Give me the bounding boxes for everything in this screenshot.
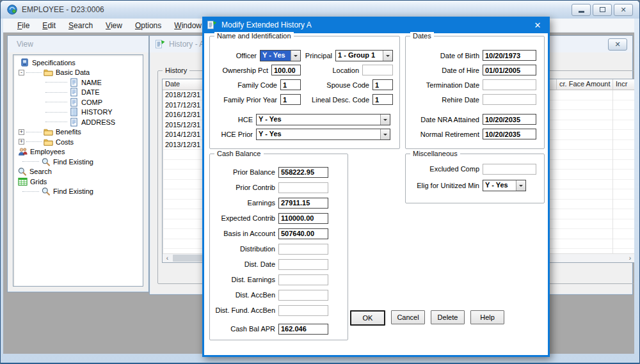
- earnings-input[interactable]: [278, 198, 328, 209]
- tree-item-benefits[interactable]: +Benefits: [15, 127, 141, 138]
- dates-group: Dates Date of BirthDate of HireTerminati…: [405, 36, 545, 149]
- scroll-right-icon[interactable]: ›: [625, 254, 634, 262]
- date-nra-attained-input[interactable]: [483, 114, 536, 125]
- history-close-button[interactable]: ✕: [608, 38, 627, 51]
- tree-item-find-existing[interactable]: Find Existing: [15, 187, 141, 197]
- field-hce-prior: HCE PriorY - Yes: [214, 127, 396, 141]
- dist-date-label: Dist. Date: [214, 257, 278, 272]
- tree-connector: [22, 191, 39, 192]
- window-controls: ✕: [572, 4, 633, 16]
- dates-title: Dates: [410, 32, 434, 40]
- close-button[interactable]: ✕: [614, 4, 633, 16]
- history-window-icon: [155, 39, 165, 49]
- basis-in-account-input[interactable]: [278, 228, 328, 239]
- tree-item-costs[interactable]: +Costs: [15, 137, 141, 147]
- dialog-title: Modify Extended History A: [221, 20, 312, 29]
- date-of-hire-label: Date of Hire: [410, 63, 483, 77]
- tree-item-search[interactable]: Search: [15, 167, 141, 177]
- chevron-down-icon[interactable]: [383, 51, 392, 61]
- dialog-close-button[interactable]: ✕: [530, 19, 545, 31]
- search-icon: [41, 187, 51, 196]
- tree-item-comp[interactable]: COMP: [15, 97, 141, 107]
- main-titlebar[interactable]: EMPLOYEE - D23:0006 ✕: [1, 1, 639, 19]
- prior-balance-input[interactable]: [278, 167, 328, 178]
- principal-combobox[interactable]: 1 - Group 1: [335, 50, 393, 61]
- tree-item-grids[interactable]: Grids: [15, 177, 141, 187]
- history-date-cell: 2016/12/31: [165, 111, 200, 118]
- field-prior-contrib: [278, 180, 344, 195]
- tree-item-label: Specifications: [32, 59, 76, 67]
- dist-accben-label: Dist. AccBen: [214, 287, 278, 303]
- field-date-nra-attained: [483, 112, 540, 127]
- lineal-desc-code-input[interactable]: [372, 94, 393, 105]
- principal-combobox-value: 1 - Group 1: [336, 51, 383, 61]
- tree-item-employees[interactable]: Employees: [15, 147, 141, 157]
- scroll-left-icon[interactable]: ‹: [163, 254, 172, 262]
- history-date-cell: 2015/12/31: [165, 121, 200, 129]
- tree-item-history[interactable]: HISTORY: [15, 107, 141, 118]
- tree-item-name[interactable]: NAME: [15, 77, 141, 88]
- tree-item-specifications[interactable]: Specifications: [15, 58, 141, 68]
- view-panel: View Specifications-Basic DataNAMEDATECO…: [7, 35, 149, 292]
- dist-date-input[interactable]: [278, 259, 328, 270]
- tree-connector: [45, 92, 67, 93]
- ok-button[interactable]: OK: [350, 310, 385, 326]
- chevron-down-icon[interactable]: [291, 51, 300, 61]
- distribution-input[interactable]: [278, 244, 328, 255]
- excluded-comp-input[interactable]: [483, 164, 536, 175]
- menu-item-edit[interactable]: Edit: [36, 19, 62, 32]
- tree-item-label: Employees: [30, 148, 65, 155]
- column-header-face-amount[interactable]: cr. Face Amount: [557, 79, 613, 90]
- cash-bal-apr-input[interactable]: [278, 324, 328, 335]
- column-header-incr[interactable]: Incr: [613, 79, 634, 90]
- dialog-body: Name and Identification OfficerY - YesPr…: [204, 33, 548, 355]
- tree-expander-icon[interactable]: +: [19, 129, 24, 135]
- tree-expander-icon[interactable]: -: [19, 70, 24, 75]
- tree-item-find-existing[interactable]: Find Existing: [15, 157, 141, 167]
- cash-bal-apr-label: Cash Bal APR: [214, 321, 278, 336]
- view-panel-titlebar[interactable]: View: [8, 36, 148, 52]
- minimize-button[interactable]: [572, 4, 591, 16]
- delete-button[interactable]: Delete: [431, 310, 465, 324]
- dialog-titlebar[interactable]: Modify Extended History A ✕: [204, 17, 548, 33]
- dist-fund-accben-input[interactable]: [278, 305, 328, 316]
- maximize-button[interactable]: [593, 4, 612, 16]
- hce-combobox[interactable]: Y - Yes: [256, 114, 390, 125]
- menu-item-search[interactable]: Search: [62, 19, 99, 32]
- tree-item-basic-data[interactable]: -Basic Data: [15, 68, 141, 78]
- menu-item-view[interactable]: View: [99, 19, 129, 32]
- family-code-input[interactable]: [280, 79, 301, 90]
- rehire-date-input[interactable]: [483, 94, 536, 105]
- menu-item-options[interactable]: Options: [129, 19, 168, 32]
- date-of-birth-input[interactable]: [483, 50, 536, 61]
- dist-earnings-input[interactable]: [278, 274, 328, 285]
- officer-combobox[interactable]: Y - Yes: [260, 50, 301, 61]
- ownership-pct-input[interactable]: [271, 65, 301, 75]
- tree-item-date[interactable]: DATE: [15, 88, 141, 98]
- tree-expander-icon[interactable]: +: [19, 139, 24, 145]
- chevron-down-icon[interactable]: [516, 180, 525, 191]
- location-input[interactable]: [362, 65, 393, 75]
- employees-icon: [18, 147, 28, 156]
- family-prior-year-input[interactable]: [280, 94, 301, 105]
- field-location: Location: [301, 63, 396, 77]
- spouse-code-label: Spouse Code: [326, 81, 369, 89]
- cancel-button[interactable]: Cancel: [391, 310, 425, 324]
- tree-item-address[interactable]: ADDRESS: [15, 117, 141, 127]
- modify-extended-history-dialog: Modify Extended History A ✕ Name and Ide…: [202, 17, 550, 357]
- dist-accben-input[interactable]: [278, 290, 328, 301]
- prior-contrib-input[interactable]: [278, 182, 328, 193]
- field-dist-earnings: [278, 272, 344, 287]
- menu-item-file[interactable]: File: [11, 19, 36, 32]
- chevron-down-icon[interactable]: [380, 115, 390, 125]
- date-of-hire-input[interactable]: [483, 65, 536, 75]
- chevron-down-icon[interactable]: [380, 129, 390, 139]
- tree-item-label: Find Existing: [53, 187, 93, 195]
- normal-retirement-input[interactable]: [483, 129, 536, 139]
- expected-contrib-input[interactable]: [278, 213, 328, 224]
- help-button[interactable]: Help: [470, 310, 504, 324]
- spouse-code-input[interactable]: [372, 79, 393, 90]
- elig-for-unitized-min-combobox[interactable]: Y - Yes: [483, 180, 526, 191]
- termination-date-input[interactable]: [483, 79, 536, 90]
- hce-prior-combobox[interactable]: Y - Yes: [256, 129, 390, 140]
